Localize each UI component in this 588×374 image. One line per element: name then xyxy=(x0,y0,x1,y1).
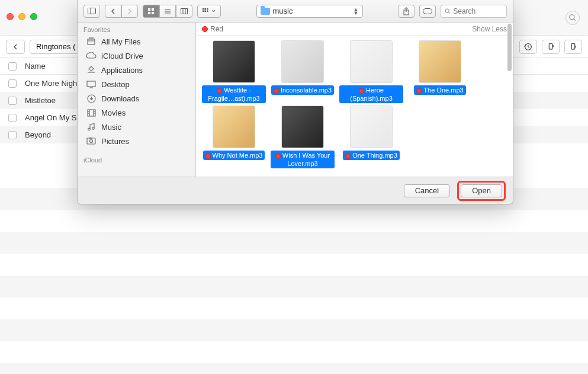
sidebar-item-pictures[interactable]: Pictures xyxy=(78,134,195,148)
red-tag-icon xyxy=(275,154,281,159)
sidebar-section-icloud: iCloud xyxy=(78,153,195,165)
bg-add-device-button[interactable] xyxy=(542,40,560,54)
columns-icon xyxy=(181,8,188,14)
red-tag-icon xyxy=(217,88,222,94)
file-item[interactable]: One Thing.mp3 xyxy=(338,106,404,168)
close-window-button[interactable] xyxy=(7,13,14,20)
file-thumb xyxy=(281,106,324,148)
sidebar-item-movies[interactable]: Movies xyxy=(78,106,195,120)
file-label: Westlife - Fragile…ast).mp3 xyxy=(202,85,266,103)
open-file-dialog: music ▲▼ Favorites All My Files iCloud D… xyxy=(77,0,513,204)
row-name: One More Nigh xyxy=(25,79,77,88)
content-header: Red Show Less xyxy=(196,23,513,36)
search-field[interactable] xyxy=(441,5,507,18)
sidebar-item-label: Music xyxy=(101,123,121,132)
search-input[interactable] xyxy=(453,7,503,15)
red-tag-icon xyxy=(202,26,208,32)
bg-history-button[interactable] xyxy=(519,40,537,54)
sidebar-item-label: Applications xyxy=(101,66,143,75)
cancel-button[interactable]: Cancel xyxy=(404,184,450,197)
row-checkbox[interactable] xyxy=(8,79,17,88)
show-less-link[interactable]: Show Less xyxy=(472,25,507,33)
sidebar-icon xyxy=(88,8,96,14)
chevron-left-icon xyxy=(12,44,18,50)
svg-point-40 xyxy=(90,140,93,143)
open-button-highlight: Open xyxy=(457,181,506,201)
dialog-body: Favorites All My Files iCloud Drive Appl… xyxy=(78,23,513,177)
scrollbar[interactable] xyxy=(507,24,512,71)
row-checkbox[interactable] xyxy=(8,131,17,139)
svg-rect-21 xyxy=(205,10,207,12)
share-icon xyxy=(403,7,410,15)
sidebar-item-all-my-files[interactable]: All My Files xyxy=(78,34,195,49)
open-button[interactable]: Open xyxy=(461,184,502,197)
toggle-sidebar-button[interactable] xyxy=(83,5,100,18)
chevron-right-icon xyxy=(127,8,132,14)
sidebar-item-label: Desktop xyxy=(101,80,130,89)
row-checkbox[interactable] xyxy=(8,114,17,122)
nav-group xyxy=(105,5,138,18)
sidebar-item-desktop[interactable]: Desktop xyxy=(78,77,195,91)
list-view-button[interactable] xyxy=(159,5,176,18)
nav-back-button[interactable] xyxy=(105,5,121,18)
sidebar-item-music[interactable]: Music xyxy=(78,120,195,134)
svg-point-37 xyxy=(88,128,91,130)
grid-small-icon xyxy=(203,8,210,14)
bg-column-name[interactable]: Name xyxy=(25,62,46,71)
location-label: music xyxy=(273,7,351,15)
row-checkbox[interactable] xyxy=(8,97,17,105)
file-item[interactable]: Westlife - Fragile…ast).mp3 xyxy=(201,40,267,103)
svg-rect-28 xyxy=(87,81,95,87)
bg-search-button[interactable] xyxy=(565,11,580,25)
clock-arrow-icon xyxy=(523,42,533,52)
share-button[interactable] xyxy=(398,5,415,18)
sidebar-item-downloads[interactable]: Downloads xyxy=(78,91,195,106)
svg-rect-3 xyxy=(549,43,552,49)
file-item[interactable]: The One.mp3 xyxy=(407,40,473,103)
search-icon xyxy=(568,14,577,22)
location-popup[interactable]: music ▲▼ xyxy=(256,5,363,18)
file-item[interactable]: Why Not Me.mp3 xyxy=(201,106,267,168)
svg-rect-19 xyxy=(207,8,208,10)
svg-rect-7 xyxy=(148,8,150,11)
dialog-footer: Cancel Open xyxy=(78,177,513,204)
file-label: Inconsolable.mp3 xyxy=(271,85,334,95)
file-item[interactable]: Wish I Was Your Lover.mp3 xyxy=(269,106,336,168)
download-to-device-icon xyxy=(546,42,555,52)
all-files-icon xyxy=(86,37,97,46)
bg-tab-ringtones[interactable]: Ringtones ( xyxy=(30,40,82,54)
search-icon xyxy=(445,8,451,15)
share-group xyxy=(398,5,415,18)
file-item[interactable]: Inconsolable.mp3 xyxy=(269,40,336,103)
zoom-window-button[interactable] xyxy=(30,13,37,20)
view-mode-group xyxy=(143,5,192,18)
file-item[interactable]: Heroe (Spanish).mp3 xyxy=(338,40,404,103)
svg-rect-17 xyxy=(203,8,204,10)
tags-group xyxy=(419,5,436,18)
tags-button[interactable] xyxy=(419,5,436,18)
red-tag-icon xyxy=(416,88,422,94)
sidebar-item-label: Pictures xyxy=(101,137,129,146)
desktop-icon xyxy=(86,79,97,89)
file-thumb xyxy=(213,106,255,148)
bg-select-all-checkbox[interactable] xyxy=(8,62,17,71)
minimize-window-button[interactable] xyxy=(18,13,25,20)
bg-export-button[interactable] xyxy=(564,40,582,54)
arrange-button[interactable] xyxy=(197,5,221,18)
column-view-button[interactable] xyxy=(176,5,192,18)
sidebar-toggle-group xyxy=(83,5,100,18)
sidebar-item-icloud-drive[interactable]: iCloud Drive xyxy=(78,49,195,63)
red-tag-icon xyxy=(345,154,351,159)
bg-action-icons xyxy=(519,40,582,54)
red-tag-icon xyxy=(274,88,279,94)
row-name: Mistletoe xyxy=(25,96,56,105)
file-browser-content: Red Show Less Westlife - Fragile…ast).mp… xyxy=(196,23,513,177)
bg-back-button[interactable] xyxy=(6,40,25,54)
icon-view-button[interactable] xyxy=(143,5,159,18)
chevron-down-icon xyxy=(211,9,216,12)
movies-icon xyxy=(86,108,97,117)
nav-forward-button[interactable] xyxy=(121,5,138,18)
tag-filter-label: Red xyxy=(202,25,223,33)
sidebar-item-applications[interactable]: Applications xyxy=(78,63,195,77)
svg-rect-5 xyxy=(88,8,96,14)
